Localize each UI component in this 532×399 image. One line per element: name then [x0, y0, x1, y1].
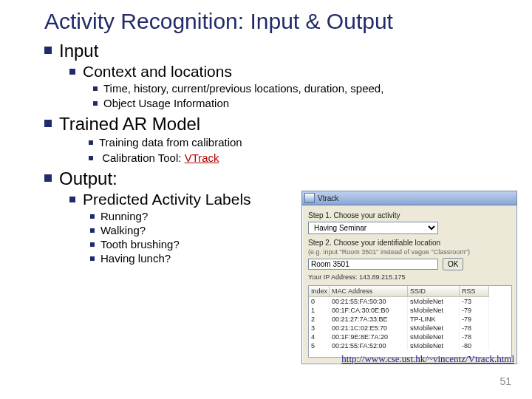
activity-select[interactable]: Having Seminar [308, 222, 438, 234]
table-row: 500:21:55:FA:52:00sMobileNet-80 [309, 341, 511, 350]
location-input[interactable] [308, 259, 438, 270]
table-row: 400:1F:9E:8E:7A:20sMobileNet-78 [309, 332, 511, 341]
cell: 2 [309, 315, 330, 324]
section-heading: Output: [59, 168, 117, 188]
cell: 00:1F:CA:30:0E:B0 [330, 306, 408, 315]
window-title: Vtrack [318, 194, 338, 202]
list-item: Training data from calibration [89, 136, 510, 150]
text: Calibration Tool: [102, 151, 184, 164]
section-input: Input Context and locations Time, histor… [44, 41, 510, 112]
cell: 0 [309, 297, 330, 306]
cell: 00:21:1C:02:E5:70 [330, 324, 408, 332]
cell: -78 [460, 332, 489, 341]
sub-heading: Predicted Activity Labels [83, 191, 251, 208]
cell: 00:21:27:7A:33:BE [330, 315, 408, 324]
section-heading: Trained AR Model [59, 114, 200, 134]
cell: 00:21:55:FA:50:30 [330, 297, 408, 306]
slide-title: Activity Recognition: Input & Output [44, 9, 510, 35]
subsection-context: Context and locations Time, history, cur… [69, 63, 510, 112]
col-header: Index [309, 286, 330, 297]
cell: 4 [309, 332, 330, 341]
section-heading: Input [59, 41, 98, 61]
sub-heading: Context and locations [83, 63, 232, 80]
page-number: 51 [499, 375, 511, 387]
cell: -79 [460, 306, 489, 315]
ok-button[interactable]: OK [443, 258, 463, 270]
table-row: 300:21:1C:02:E5:70sMobileNet-78 [309, 324, 511, 332]
list-item: Time, history, current/previous location… [93, 82, 510, 96]
cell: TP-LINK [408, 315, 460, 324]
cell: sMobileNet [408, 341, 460, 350]
cell: 1 [309, 306, 330, 315]
cell: 00:1F:9E:8E:7A:20 [330, 332, 408, 341]
footer-url-link[interactable]: http://www.cse.ust.hk/~vincentz/Vtrack.h… [341, 353, 514, 365]
col-header: RSS [460, 286, 489, 297]
titlebar: Vtrack [302, 191, 516, 205]
list-item: Calibration Tool: VTrack [89, 151, 510, 166]
col-header: MAC Address [330, 286, 408, 297]
cell: 00:21:55:FA:52:00 [330, 341, 408, 350]
cell: 5 [309, 341, 330, 350]
cell: -79 [460, 315, 489, 324]
cell: sMobileNet [408, 297, 460, 306]
vtrack-link[interactable]: VTrack [185, 151, 219, 164]
cell: -78 [460, 324, 489, 332]
cell: sMobileNet [408, 324, 460, 332]
ip-label: Your IP Address: [308, 273, 358, 281]
app-icon [304, 193, 315, 203]
table-row: 000:21:55:FA:50:30sMobileNet-73 [309, 297, 511, 306]
cell: 3 [309, 324, 330, 332]
cell: sMobileNet [408, 332, 460, 341]
cell: -80 [460, 341, 489, 350]
ip-value: 143.89.215.175 [359, 273, 406, 281]
step2-hint: (e.g. input "Room 3501" instead of vague… [308, 248, 511, 256]
vtrack-window: Vtrack Step 1. Choose your activity Havi… [301, 191, 517, 364]
section-trained-model: Trained AR Model Training data from cali… [44, 114, 510, 166]
table-row: 200:21:27:7A:33:BETP-LINK-79 [309, 315, 511, 324]
cell: sMobileNet [408, 306, 460, 315]
table-row: 100:1F:CA:30:0E:B0sMobileNet-79 [309, 306, 511, 315]
step2-label: Step 2. Choose your identifiable locatio… [308, 239, 511, 247]
cell: -73 [460, 297, 489, 306]
col-header: SSID [408, 286, 460, 297]
step1-label: Step 1. Choose your activity [308, 211, 511, 219]
ap-table: Index MAC Address SSID RSS 000:21:55:FA:… [308, 285, 512, 358]
list-item: Object Usage Information [93, 97, 510, 111]
